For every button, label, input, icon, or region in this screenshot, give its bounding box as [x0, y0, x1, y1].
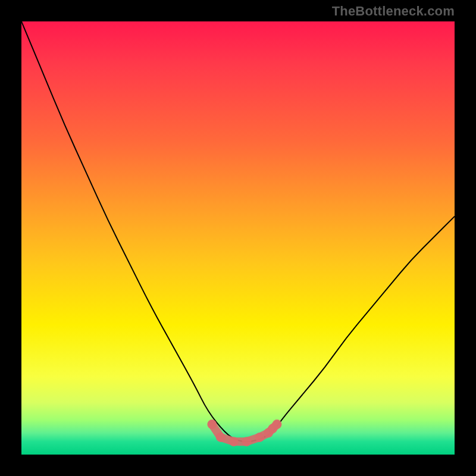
attribution-text: TheBottleneck.com [332, 4, 455, 19]
chart-frame: TheBottleneck.com [0, 0, 476, 476]
plot-area [21, 21, 455, 455]
